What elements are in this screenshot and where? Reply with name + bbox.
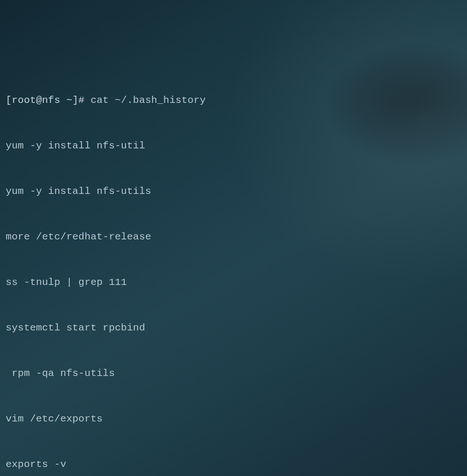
history-line: exports -v <box>6 457 461 472</box>
terminal-window[interactable]: [root@nfs ~]# cat ~/.bash_history yum -y… <box>0 61 467 476</box>
history-line: systemctl start rpcbind <box>6 320 461 336</box>
history-line: yum -y install nfs-util <box>6 138 461 154</box>
shell-command: cat ~/.bash_history <box>90 95 206 106</box>
history-line: more /etc/redhat-release <box>6 229 461 245</box>
history-line: vim /etc/exports <box>6 412 461 427</box>
history-line: ss -tnulp | grep 111 <box>6 275 461 290</box>
history-line: yum -y install nfs-utils <box>6 184 461 199</box>
shell-prompt: [root@nfs ~]# <box>6 95 90 106</box>
history-line: rpm -qa nfs-utils <box>6 366 461 381</box>
prompt-line: [root@nfs ~]# cat ~/.bash_history <box>6 93 461 108</box>
